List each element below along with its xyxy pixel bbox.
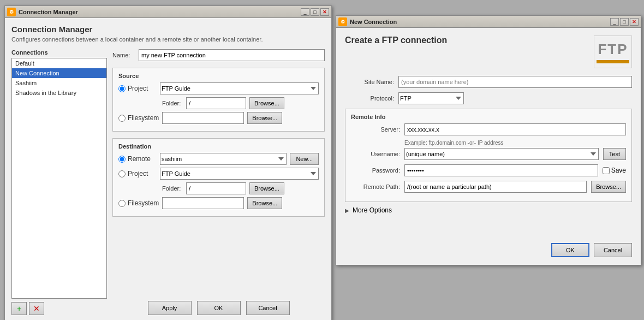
source-project-radio-label[interactable]: Project: [118, 85, 157, 92]
protocol-select[interactable]: FTP: [398, 92, 464, 104]
dest-project-radio[interactable]: [118, 170, 126, 177]
delete-connection-btn[interactable]: ✕: [29, 302, 44, 315]
nc-bottom-buttons: OK Cancel: [345, 239, 632, 257]
remote-path-input[interactable]: [404, 181, 587, 193]
nc-title-bar: ⚙ New Connection _ □ ✕: [336, 16, 641, 28]
source-filesystem-label: Filesystem: [128, 114, 159, 122]
nc-window-title: New Connection: [350, 19, 610, 25]
nc-cancel-button[interactable]: Cancel: [594, 243, 632, 257]
nc-window-controls: _ □ ✕: [610, 18, 639, 26]
conn-item-new[interactable]: New Connection: [12, 68, 106, 78]
conn-item-shadows[interactable]: Shadows in the Library: [12, 88, 106, 98]
name-input[interactable]: [139, 49, 325, 61]
name-row: Name:: [112, 49, 325, 61]
remote-info-title: Remote Info: [351, 114, 626, 120]
nc-close-btn[interactable]: ✕: [630, 18, 639, 26]
dest-project-select[interactable]: FTP Guide: [160, 168, 319, 180]
ftp-logo: FTP: [594, 35, 632, 68]
more-options-row[interactable]: ▶ More Options: [345, 206, 632, 214]
remote-path-browse-btn[interactable]: Browse...: [591, 181, 626, 193]
conn-buttons: + ✕: [11, 302, 107, 315]
source-filesystem-row: Filesystem Browse...: [118, 112, 319, 124]
ftp-logo-text: FTP: [598, 41, 628, 58]
remote-path-label: Remote Path:: [351, 183, 400, 190]
connections-list[interactable]: Default New Connection Sashiim Shadows i…: [11, 58, 107, 299]
dest-filesystem-radio-label[interactable]: Filesystem: [118, 199, 159, 207]
username-select[interactable]: (unique name): [404, 148, 599, 160]
dest-filesystem-label: Filesystem: [128, 199, 159, 207]
apply-button[interactable]: Apply: [148, 301, 192, 315]
ok-button[interactable]: OK: [197, 301, 241, 315]
nc-ok-button[interactable]: OK: [551, 243, 589, 257]
username-row: Username: (unique name) Test: [351, 148, 626, 160]
dest-project-radio-label[interactable]: Project: [118, 170, 157, 177]
save-checkbox[interactable]: [603, 167, 610, 174]
server-label: Server:: [351, 126, 400, 133]
source-project-label: Project: [128, 85, 148, 92]
source-folder-label: Folder:: [162, 100, 183, 106]
name-label: Name:: [112, 52, 134, 58]
connection-manager-window: ⚙ Connection Manager _ □ ✕ Connection Ma…: [4, 5, 332, 320]
nc-maximize-btn[interactable]: □: [620, 18, 629, 26]
dest-folder-browse-btn[interactable]: Browse...: [249, 182, 284, 194]
server-input[interactable]: [404, 123, 626, 135]
dest-remote-label: Remote: [128, 155, 151, 163]
destination-title: Destination: [118, 143, 319, 150]
source-filesystem-browse-btn[interactable]: Browse...: [247, 112, 282, 124]
cm-subtitle: Configures connections between a local c…: [11, 36, 325, 43]
nc-main-title: Create a FTP connection: [345, 35, 447, 45]
more-options-label: More Options: [353, 206, 392, 214]
source-folder-row: Folder: Browse...: [118, 97, 319, 109]
cm-close-btn[interactable]: ✕: [320, 8, 329, 16]
dest-filesystem-input[interactable]: [162, 197, 244, 209]
password-label: Password:: [351, 167, 400, 174]
source-title: Source: [118, 73, 319, 79]
dest-remote-radio[interactable]: [118, 156, 126, 163]
dest-folder-input[interactable]: [186, 182, 246, 194]
dest-filesystem-radio[interactable]: [118, 200, 126, 207]
dest-remote-radio-label[interactable]: Remote: [118, 155, 157, 163]
cm-title-bar: ⚙ Connection Manager _ □ ✕: [5, 6, 331, 18]
source-project-radio[interactable]: [118, 85, 126, 92]
cm-minimize-btn[interactable]: _: [301, 8, 309, 16]
cm-maximize-btn[interactable]: □: [311, 8, 319, 16]
source-filesystem-input[interactable]: [162, 112, 244, 124]
add-connection-btn[interactable]: +: [11, 302, 27, 315]
source-section: Source Project FTP Guide Folder: Br: [112, 68, 325, 132]
connections-label: Connections: [11, 49, 107, 56]
cm-window-controls: _ □ ✕: [301, 8, 329, 16]
remote-path-row: Remote Path: Browse...: [351, 181, 626, 193]
cm-bottom-buttons: Apply OK Cancel: [112, 297, 325, 315]
dest-new-btn[interactable]: New...: [290, 153, 319, 165]
password-input[interactable]: [404, 164, 598, 176]
right-panel: Name: Source Project FTP Guide: [112, 49, 325, 315]
password-row: Password: Save: [351, 164, 626, 176]
cm-window-icon: ⚙: [7, 8, 16, 16]
save-label: Save: [611, 167, 626, 174]
nc-minimize-btn[interactable]: _: [610, 18, 619, 26]
test-btn[interactable]: Test: [603, 148, 626, 160]
dest-project-label: Project: [128, 170, 148, 177]
conn-item-default[interactable]: Default: [12, 58, 106, 68]
conn-item-sashiim[interactable]: Sashiim: [12, 78, 106, 88]
source-folder-input[interactable]: [186, 97, 246, 109]
dest-remote-select[interactable]: sashiim: [160, 153, 287, 165]
dest-project-row: Project FTP Guide: [118, 168, 319, 180]
cm-main-title: Connection Manager: [11, 25, 325, 34]
source-project-select[interactable]: FTP Guide: [160, 82, 319, 94]
site-name-row: Site Name:: [345, 76, 632, 88]
site-name-input[interactable]: [398, 76, 632, 88]
protocol-label: Protocol:: [345, 95, 394, 102]
more-options-icon: ▶: [345, 208, 349, 214]
server-hint: Example: ftp.domain.com -or- IP address: [351, 140, 626, 146]
site-name-label: Site Name:: [345, 79, 394, 85]
remote-info-box: Remote Info Server: Example: ftp.domain.…: [345, 109, 632, 202]
save-checkbox-label[interactable]: Save: [603, 167, 626, 174]
source-filesystem-radio-label[interactable]: Filesystem: [118, 114, 159, 122]
cancel-button[interactable]: Cancel: [246, 301, 290, 315]
dest-folder-label: Folder:: [162, 185, 183, 192]
dest-filesystem-browse-btn[interactable]: Browse...: [247, 197, 282, 209]
source-browse-btn[interactable]: Browse...: [249, 97, 284, 109]
source-filesystem-radio[interactable]: [118, 115, 126, 122]
new-connection-window: ⚙ New Connection _ □ ✕ Create a FTP conn…: [336, 15, 641, 265]
